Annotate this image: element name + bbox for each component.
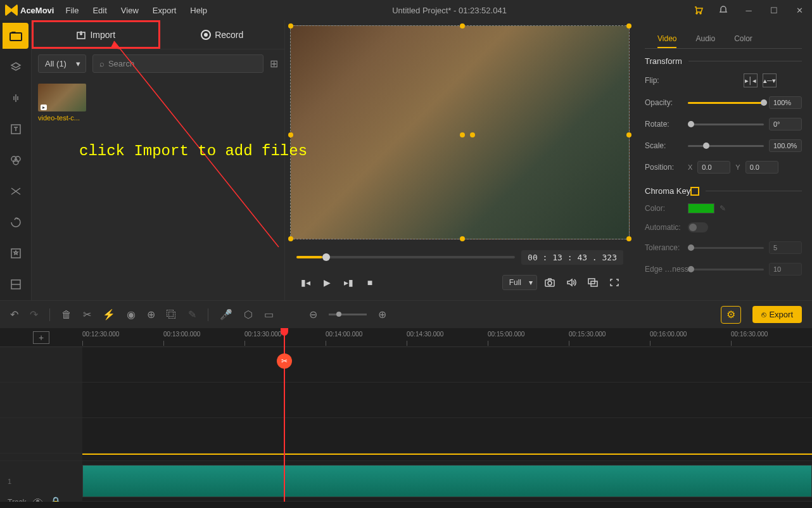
redo-button[interactable]: ↷ [30,308,38,321]
flip-vertical-button[interactable]: ▴─▾ [763,73,777,87]
visibility-icon[interactable]: 👁 [33,497,43,502]
flip-horizontal-button[interactable]: ▸│◂ [744,73,758,87]
app-name: AceMovi [20,6,54,15]
position-y[interactable]: 0.0 [745,161,778,174]
sidebar-behaviors[interactable] [0,207,31,238]
track-row-main: 1 Track 👁 🔒 [0,461,812,502]
zoom-dropdown[interactable]: Full [502,275,537,290]
opacity-value[interactable]: 100% [769,96,802,109]
cart-icon[interactable] [685,0,711,20]
flip-label: Flip: [645,76,683,85]
tolerance-value[interactable]: 5 [769,241,802,254]
position-x[interactable]: 0.0 [697,161,730,174]
volume-icon[interactable] [562,274,580,291]
minimize-button[interactable]: ─ [736,0,761,20]
preview-canvas[interactable] [290,25,630,239]
chroma-color-swatch[interactable] [688,203,714,213]
opacity-slider[interactable] [688,102,764,104]
timeline-ruler[interactable]: + 00:12:30.000 00:13:00.000 00:13:30.000… [0,328,812,347]
sidebar-media[interactable] [3,23,29,49]
progress-bar[interactable] [296,256,515,258]
rotate-value[interactable]: 0° [769,118,802,130]
close-button[interactable]: ✕ [787,0,812,20]
sidebar-templates[interactable] [0,238,31,269]
tab-color[interactable]: Color [734,30,752,48]
chroma-section: Chroma Key [645,186,802,196]
play-button[interactable]: ▶ [318,274,336,291]
zoom-in-button[interactable]: ⊕ [378,308,386,321]
next-frame-button[interactable]: ▸▮ [339,274,357,291]
split-button[interactable]: ✂ [83,308,91,321]
scissors-icon[interactable]: ✂ [277,353,292,369]
scale-label: Scale: [645,141,683,150]
stop-button[interactable]: ■ [361,274,379,291]
undo-button[interactable]: ↶ [10,308,18,321]
media-thumb[interactable]: video-test-c... [38,84,89,122]
playhead[interactable]: ✂ [284,328,285,502]
lock-icon[interactable]: 🔒 [49,496,62,502]
settings-button[interactable]: ⚙ [721,306,741,324]
tolerance-slider[interactable] [688,247,764,249]
record-button[interactable]: Record [160,20,285,49]
sidebar-split[interactable] [0,269,31,300]
menu-edit[interactable]: Edit [86,2,113,19]
delete-button[interactable]: 🗑 [61,309,72,321]
tab-audio[interactable]: Audio [695,30,715,48]
ratio-button[interactable]: ▭ [264,308,274,321]
mic-button[interactable]: 🎤 [220,308,232,321]
snapshot-icon[interactable] [541,274,559,291]
color-label: Color: [645,204,683,213]
chroma-checkbox[interactable] [690,187,699,196]
export-label: Export [769,310,793,319]
maximize-button[interactable]: ☐ [761,0,787,20]
video-clip[interactable] [82,465,812,497]
preview-panel: 00 : 13 : 43 . 323 ▮◂ ▶ ▸▮ ■ Full [285,20,635,300]
menu-file[interactable]: File [59,2,85,19]
sidebar-layers[interactable] [0,51,31,82]
bell-icon[interactable] [711,0,736,20]
speed-button[interactable]: ⚡ [103,308,115,321]
add-track-button[interactable]: + [33,331,49,344]
sidebar-transitions[interactable] [0,176,31,207]
crop-button[interactable]: ⿻ [167,309,177,321]
track-number: 1 [8,478,11,485]
rotate-slider[interactable] [688,124,764,125]
menu-view[interactable]: View [115,2,145,19]
edge-slider[interactable] [688,269,764,270]
tab-video[interactable]: Video [657,30,676,48]
menu-export[interactable]: Export [146,2,183,19]
automatic-toggle[interactable] [688,222,708,232]
position-label: Position: [645,163,683,172]
titlebar: AceMovi File Edit View Export Help Untit… [0,0,812,20]
filter-dropdown[interactable]: All (1) [38,54,86,73]
scale-value[interactable]: 100.0% [769,139,802,152]
annotation-text: click Import to add files [79,143,307,160]
sidebar-filters[interactable] [0,145,31,176]
timeline-toolbar: ↶ ↷ 🗑 ✂ ⚡ ◉ ⊕ ⿻ ✎ 🎤 ⬡ ▭ ⊖ ⊕ ⚙ ⎋ Export [0,300,812,328]
zoom-out-button[interactable]: ⊖ [309,308,317,321]
export-button[interactable]: ⎋ Export [752,306,802,323]
rotate-label: Rotate: [645,120,683,129]
menu-help[interactable]: Help [184,2,213,19]
preview-button[interactable]: ◉ [127,308,136,321]
edge-value[interactable]: 10 [769,263,802,276]
scale-slider[interactable] [688,145,764,147]
thumb-image [38,84,86,111]
fullscreen-icon[interactable] [606,274,623,291]
sidebar-text[interactable] [0,113,31,144]
search-input[interactable]: ⌕ Search [92,54,263,73]
opacity-label: Opacity: [645,98,683,107]
import-button[interactable]: Import [32,20,160,49]
ruler-ticks: 00:12:30.000 00:13:00.000 00:13:30.000 0… [82,328,812,346]
detach-icon[interactable] [584,274,602,291]
prev-frame-button[interactable]: ▮◂ [296,274,314,291]
sidebar-audio[interactable] [0,82,31,113]
edit-button[interactable]: ✎ [188,308,196,321]
marker-button[interactable]: ⬡ [244,308,253,321]
main-menu: File Edit View Export Help [59,2,213,19]
zoom-slider[interactable] [329,314,367,315]
record-label: Record [215,30,243,40]
grid-view-icon[interactable]: ⊞ [270,58,278,70]
eyedropper-icon[interactable]: ✎ [720,204,726,213]
fit-button[interactable]: ⊕ [147,308,155,321]
